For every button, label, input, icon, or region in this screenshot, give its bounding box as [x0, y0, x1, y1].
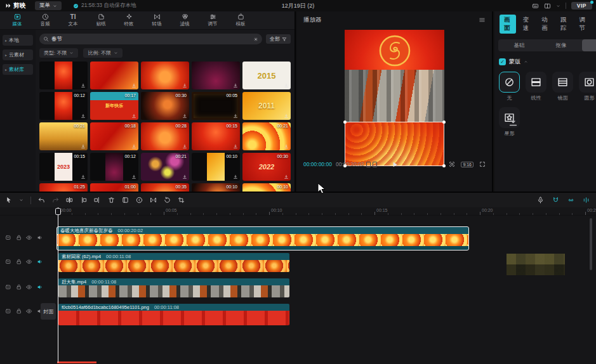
fullscreen-icon[interactable]: [479, 161, 486, 167]
cover-button[interactable]: 封面: [41, 303, 56, 320]
toolbar-item-fx[interactable]: 特效: [116, 13, 142, 27]
visibility-icon[interactable]: [26, 259, 32, 265]
download-icon[interactable]: [233, 144, 238, 149]
media-thumbnail[interactable]: 00:30: [141, 92, 189, 120]
download-icon[interactable]: [284, 114, 289, 119]
download-icon[interactable]: [131, 83, 136, 88]
timeline-clip-1[interactable]: 素材回家 (62).mp400:00:11:08: [58, 253, 289, 272]
download-icon[interactable]: [131, 144, 136, 149]
timeline-clip-2[interactable]: 赶大集.mp400:00:11:08: [58, 278, 289, 297]
visibility-icon[interactable]: [26, 235, 32, 241]
delete-icon[interactable]: [108, 197, 115, 204]
toolbar-item-filter[interactable]: 滤镜: [171, 13, 198, 27]
toolbar-item-media[interactable]: 媒体: [4, 13, 30, 27]
mute-icon[interactable]: [37, 284, 43, 290]
download-icon[interactable]: [182, 114, 187, 119]
toolbar-item-sticker[interactable]: 贴纸: [88, 13, 114, 27]
menu-button[interactable]: 菜单: [35, 1, 62, 10]
media-thumbnail[interactable]: 00:10: [242, 183, 291, 192]
download-icon[interactable]: [182, 144, 187, 149]
crop-left-icon[interactable]: [80, 197, 87, 204]
media-thumbnail[interactable]: 00:12: [90, 153, 138, 181]
media-thumbnail[interactable]: 00:35: [141, 183, 189, 192]
playhead-handle[interactable]: [55, 208, 61, 215]
download-icon[interactable]: [233, 83, 238, 88]
mute-icon[interactable]: [37, 235, 43, 241]
timeline-vertical-scrollbar[interactable]: [590, 218, 592, 270]
filter-all-button[interactable]: 全部: [266, 34, 291, 44]
mask-option-masknone[interactable]: 无: [499, 72, 520, 101]
lock-icon[interactable]: [16, 308, 22, 315]
media-thumbnail[interactable]: 00:15: [192, 122, 240, 150]
inspector-subtab-selected[interactable]: [582, 39, 596, 51]
inspector-tab-4[interactable]: 调节: [574, 15, 591, 34]
media-thumbnail[interactable]: 202200:30: [242, 153, 291, 181]
timeline-clip-3[interactable]: f0cb0514af66d1bcabc1680495e1101.png00:00…: [58, 304, 289, 325]
media-thumbnail[interactable]: 00:21: [141, 153, 189, 181]
shortcut-keyboard-icon[interactable]: [532, 3, 539, 10]
media-thumbnail[interactable]: 00:21: [39, 122, 88, 150]
split-icon[interactable]: [66, 197, 73, 204]
sidebar-item-2[interactable]: ▸素材库: [3, 64, 33, 75]
search-box[interactable]: [39, 34, 262, 44]
media-thumbnail[interactable]: 2011: [242, 92, 291, 120]
media-thumbnail[interactable]: 01:00: [90, 183, 138, 192]
download-icon[interactable]: [81, 83, 86, 88]
media-thumbnail[interactable]: 00:10: [192, 153, 240, 181]
sidebar-item-1[interactable]: ▸云素材: [3, 49, 33, 60]
freeze-icon[interactable]: [122, 197, 129, 204]
quality-icon[interactable]: [366, 162, 371, 167]
download-icon[interactable]: [284, 83, 289, 88]
media-thumbnail[interactable]: 2015: [242, 62, 291, 89]
mute-icon[interactable]: [37, 259, 43, 265]
download-icon[interactable]: [284, 174, 289, 179]
chevron-up-icon[interactable]: [524, 60, 528, 64]
lock-icon[interactable]: [16, 284, 22, 290]
inspector-tab-3[interactable]: 跟踪: [556, 15, 573, 34]
toolbar-item-transition[interactable]: 转场: [143, 13, 170, 27]
download-icon[interactable]: [81, 114, 86, 119]
mask-option-maskstar[interactable]: 星形: [499, 107, 520, 137]
snap-icon[interactable]: [552, 197, 559, 204]
player-menu-icon[interactable]: [479, 16, 486, 23]
media-thumbnail[interactable]: 00:21: [242, 122, 291, 150]
media-thumbnail[interactable]: [141, 62, 189, 89]
download-icon[interactable]: [131, 174, 136, 179]
download-icon[interactable]: [182, 83, 187, 88]
toolbar-item-audio[interactable]: 音频: [32, 13, 58, 27]
visibility-icon[interactable]: [26, 284, 32, 290]
media-thumbnail[interactable]: [39, 62, 88, 89]
type-filter[interactable]: 类型: 不限: [39, 48, 78, 58]
selection-handle[interactable]: [343, 164, 347, 167]
download-icon[interactable]: [284, 144, 289, 149]
link-icon[interactable]: [567, 197, 574, 204]
redo-icon[interactable]: [52, 197, 59, 204]
toolbar-item-adjust[interactable]: 调节: [199, 13, 226, 27]
crop-right-icon[interactable]: [94, 197, 101, 204]
playhead-line[interactable]: [58, 207, 58, 363]
reverse-icon[interactable]: [136, 197, 143, 204]
mask-checkbox[interactable]: ✓: [499, 58, 506, 65]
visibility-icon[interactable]: [26, 308, 32, 315]
vip-badge[interactable]: VIP: [571, 2, 592, 10]
selection-handle[interactable]: [442, 164, 446, 167]
media-thumbnail[interactable]: 202300:15: [39, 153, 88, 181]
toolbar-item-template[interactable]: 模板: [227, 13, 254, 27]
crop-icon[interactable]: [178, 197, 185, 204]
record-mic-icon[interactable]: [537, 197, 544, 204]
undo-icon[interactable]: [38, 197, 45, 204]
mask-option-maskmirror[interactable]: 镜面: [552, 72, 573, 101]
inspector-subtab-1[interactable]: 抠像: [540, 39, 582, 51]
track-type-icon[interactable]: [5, 308, 11, 315]
focus-preview-icon[interactable]: [449, 161, 455, 167]
media-thumbnail[interactable]: 新年快乐00:17: [90, 92, 138, 120]
preview-axis-icon[interactable]: [583, 197, 590, 204]
search-input[interactable]: [51, 36, 251, 42]
track-type-icon[interactable]: [5, 235, 11, 241]
download-icon[interactable]: [182, 174, 187, 179]
media-thumbnail[interactable]: 00:05: [192, 92, 240, 120]
lock-icon[interactable]: [16, 259, 22, 265]
media-thumbnail[interactable]: 00:28: [141, 122, 189, 150]
sidebar-item-0[interactable]: ▸本地: [3, 35, 33, 46]
aspect-ratio-button[interactable]: 9:16: [461, 162, 473, 167]
